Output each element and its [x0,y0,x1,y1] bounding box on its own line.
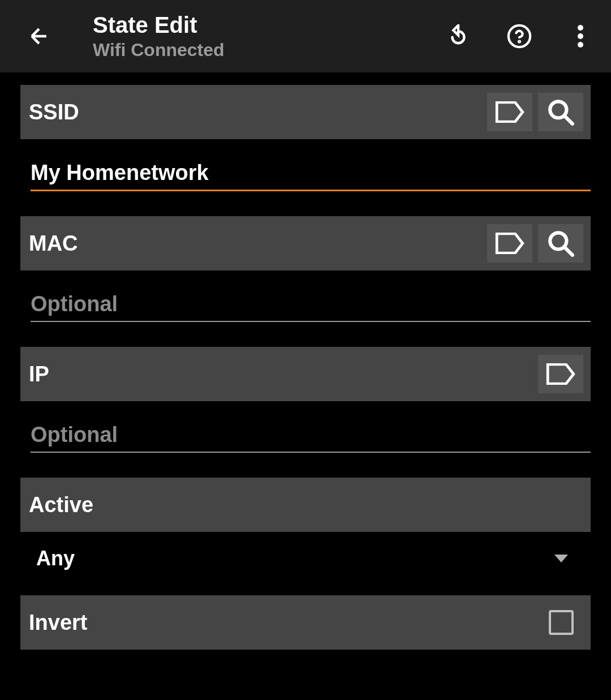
invert-label: Invert [29,611,549,635]
ip-section-header: IP [20,347,591,401]
active-selected-value: Any [36,547,554,570]
ssid-tag-button[interactable] [487,93,532,131]
mac-label: MAC [29,231,481,256]
invert-checkbox[interactable] [549,610,574,635]
ssid-label: SSID [29,100,481,124]
mac-section-header: MAC [20,216,591,270]
ip-input-wrapper [20,401,591,453]
ssid-search-button[interactable] [538,93,583,131]
ip-tag-button[interactable] [538,355,583,393]
back-button[interactable] [25,22,53,50]
mac-input[interactable] [31,292,591,322]
page-subtitle: Wifi Connected [93,40,445,61]
tag-icon [495,233,524,254]
svg-point-4 [578,42,583,48]
help-icon [506,23,532,49]
help-button[interactable] [506,23,533,50]
ssid-input-wrapper [20,139,591,191]
active-section-header: Active [20,478,591,532]
mac-tag-button[interactable] [487,224,532,263]
header-actions [445,23,594,50]
chevron-down-icon [554,555,568,562]
overflow-menu-button[interactable] [567,23,594,50]
header-titles: State Edit Wifi Connected [93,12,445,61]
ssid-input[interactable] [31,161,591,191]
content: SSID MAC [0,72,611,650]
mac-search-button[interactable] [538,224,583,263]
page-title: State Edit [93,12,445,37]
active-dropdown[interactable]: Any [20,532,591,595]
svg-point-3 [578,33,583,39]
search-icon [547,229,575,257]
app-header: State Edit Wifi Connected [0,0,611,72]
invert-section-header[interactable]: Invert [20,595,591,650]
undo-icon [446,24,470,48]
active-label: Active [29,493,583,517]
ip-label: IP [29,362,532,386]
tag-icon [495,101,524,123]
ssid-section-header: SSID [20,85,591,139]
ip-input[interactable] [31,423,591,453]
tag-icon [546,363,575,385]
svg-point-2 [578,25,583,31]
more-vert-icon [578,24,583,48]
search-icon [547,98,575,126]
svg-point-1 [519,41,520,42]
mac-input-wrapper [20,270,591,322]
arrow-left-icon [27,24,51,49]
undo-button[interactable] [445,23,472,50]
